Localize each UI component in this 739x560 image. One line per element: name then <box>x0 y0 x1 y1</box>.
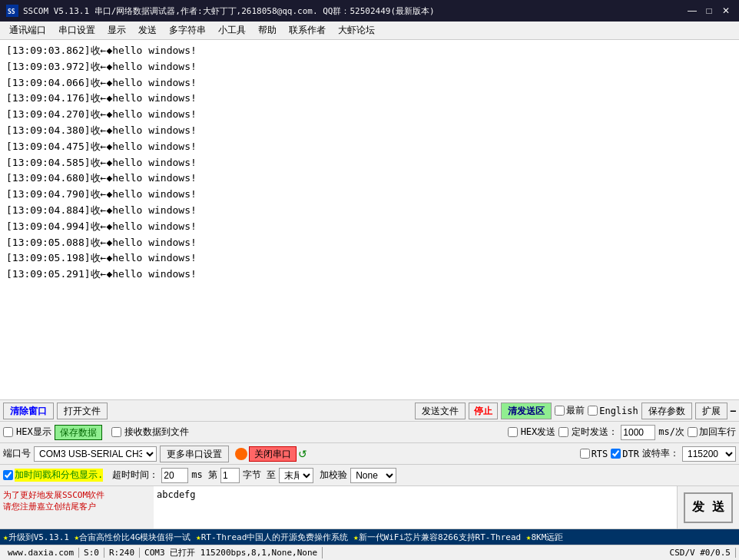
menu-item-小工具[interactable]: 小工具 <box>212 22 252 38</box>
title-bar: SS SSCOM V5.13.1 串口/网络数据调试器,作者:大虾丁丁,2618… <box>0 0 739 22</box>
menu-item-发送[interactable]: 发送 <box>132 22 163 38</box>
log-line: [13:09:04.380]收←◆hello windows! <box>6 123 733 139</box>
baud-select[interactable]: 115200 <box>682 446 736 462</box>
log-line: [13:09:04.884]收←◆hello windows! <box>6 203 733 219</box>
send-file-button[interactable]: 发送文件 <box>415 403 466 419</box>
left-info-line1: 为了更好地发展SSCOM软件 <box>3 489 151 501</box>
menu-item-多字符串[interactable]: 多字符串 <box>163 22 212 38</box>
menu-item-联系作者[interactable]: 联系作者 <box>283 22 332 38</box>
hex-send-label: HEX发送 <box>508 426 556 439</box>
last-checkbox-label: 最前 <box>555 404 585 417</box>
save-data-button[interactable]: 保存数据 <box>55 425 102 440</box>
input-area: 为了更好地发展SSCOM软件 请您注册嘉立创结尾客户 发 送 <box>0 486 739 529</box>
port-select[interactable]: COM3 USB-SERIAL CH340 <box>34 446 157 462</box>
baud-label: 波特率： <box>642 447 679 460</box>
open-file-button[interactable]: 打开文件 <box>57 403 108 419</box>
hex-display-label: HEX显示 <box>3 426 51 439</box>
timestamp-text: 加时间戳和分包显示. <box>15 469 103 482</box>
minimize-button[interactable]: — <box>685 4 699 18</box>
timed-send-checkbox[interactable] <box>558 427 568 437</box>
ticker-bar: ★升级到V5.13.1 ★合宙高性价比4G模块值得一试 ★RT-Thread中国… <box>0 529 739 545</box>
receive-to-file-label: 接收数据到文件 <box>111 426 189 439</box>
toolbar2: HEX显示 保存数据 接收数据到文件 HEX发送 定时发送： ms/次 加回车行 <box>0 422 739 443</box>
english-checkbox[interactable] <box>588 406 598 416</box>
log-line: [13:09:04.585]收←◆hello windows! <box>6 155 733 171</box>
status-bar: www.daxia.com S:0 R:240 COM3 已打开 115200b… <box>0 545 739 560</box>
r240-status: R:240 <box>104 548 140 558</box>
port-label: 端口号 <box>3 447 31 460</box>
save-params-button[interactable]: 保存参数 <box>641 403 692 419</box>
close-button[interactable]: ✕ <box>719 4 733 18</box>
menu-bar: 通讯端口串口设置显示发送多字符串小工具帮助联系作者大虾论坛 <box>0 22 739 40</box>
bottom-area: 清除窗口 打开文件 发送文件 停止 清发送区 最前 English 保存参数 扩… <box>0 400 739 529</box>
hex-send-checkbox[interactable] <box>508 427 518 437</box>
menu-item-通讯端口[interactable]: 通讯端口 <box>3 22 52 38</box>
receive-to-file-checkbox[interactable] <box>111 427 121 437</box>
rts-label: RTS <box>580 449 608 459</box>
timed-send-interval-input[interactable] <box>621 425 655 440</box>
log-line: [13:09:04.176]收←◆hello windows! <box>6 91 733 107</box>
title-bar-controls: — □ ✕ <box>685 4 733 18</box>
log-line: [13:09:05.291]收←◆hello windows! <box>6 267 733 283</box>
log-area: [13:09:03.862]收←◆hello windows![13:09:03… <box>0 40 739 400</box>
timeout-label: 超时时间： <box>112 469 158 482</box>
carriage-return-checkbox[interactable] <box>688 427 698 437</box>
timestamp-label: 加时间戳和分包显示. <box>3 469 103 482</box>
maximize-button[interactable]: □ <box>702 4 716 18</box>
menu-item-显示[interactable]: 显示 <box>101 22 132 38</box>
ms-per-label: ms/次 <box>658 426 684 439</box>
timed-send-label: 定时发送： <box>558 426 618 439</box>
carriage-return-label: 加回车行 <box>688 426 736 439</box>
menu-item-串口设置[interactable]: 串口设置 <box>52 22 101 38</box>
dtr-checkbox[interactable] <box>611 449 621 459</box>
clear-window-button[interactable]: 清除窗口 <box>3 403 54 419</box>
toolbar1: 清除窗口 打开文件 发送文件 停止 清发送区 最前 English 保存参数 扩… <box>0 400 739 422</box>
byte-label: 字节 至 <box>243 469 276 482</box>
english-checkbox-label: English <box>588 406 638 416</box>
refresh-button[interactable]: ↺ <box>298 448 307 460</box>
end-select[interactable]: 末尾 <box>279 468 313 483</box>
log-line: [13:09:04.680]收←◆hello windows! <box>6 171 733 187</box>
send-btn-area: 发 送 <box>678 486 739 529</box>
log-line: [13:09:04.475]收←◆hello windows! <box>6 139 733 155</box>
website-status: www.daxia.com <box>3 548 79 558</box>
title-bar-left: SS SSCOM V5.13.1 串口/网络数据调试器,作者:大虾丁丁,2618… <box>6 5 435 17</box>
s0-status: S:0 <box>79 548 104 558</box>
version-status: CSD/V #0/0.5 <box>665 548 736 558</box>
left-info-line2: 请您注册嘉立创结尾客户 <box>3 501 151 512</box>
hex-display-checkbox[interactable] <box>3 427 13 437</box>
close-port-button[interactable]: 关闭串口 <box>249 446 297 462</box>
left-info-panel: 为了更好地发展SSCOM软件 请您注册嘉立创结尾客户 <box>0 486 154 529</box>
log-line: [13:09:04.066]收←◆hello windows! <box>6 75 733 91</box>
timeout-input[interactable] <box>161 468 188 483</box>
log-line: [13:09:03.972]收←◆hello windows! <box>6 59 733 75</box>
log-line: [13:09:04.790]收←◆hello windows! <box>6 187 733 203</box>
text-input-area <box>154 486 678 529</box>
toolbar1-arrow: — <box>731 406 736 416</box>
timestamp-checkbox[interactable] <box>3 470 13 480</box>
expand-button[interactable]: 扩展 <box>695 403 727 419</box>
more-settings-button[interactable]: 更多串口设置 <box>160 446 229 462</box>
last-checkbox[interactable] <box>555 406 565 416</box>
byte-num-input[interactable] <box>220 468 240 483</box>
rts-checkbox[interactable] <box>580 449 590 459</box>
clear-send-area-button[interactable]: 清发送区 <box>501 403 552 419</box>
send-text-input[interactable] <box>154 486 677 529</box>
title-text: SSCOM V5.13.1 串口/网络数据调试器,作者:大虾丁丁,2618058… <box>23 5 435 17</box>
send-button[interactable]: 发 送 <box>684 492 733 523</box>
ms-label: ms 第 <box>191 469 217 482</box>
log-line: [13:09:03.862]收←◆hello windows! <box>6 43 733 59</box>
dtr-label: DTR <box>611 449 639 459</box>
svg-text:SS: SS <box>8 8 15 15</box>
menu-item-大虾论坛[interactable]: 大虾论坛 <box>332 22 381 38</box>
port-status-icon <box>235 448 247 460</box>
stop-button[interactable]: 停止 <box>469 403 498 419</box>
log-line: [13:09:04.270]收←◆hello windows! <box>6 107 733 123</box>
port-status-text: COM3 已打开 115200bps,8,1,None,None <box>140 547 323 558</box>
checksum-select[interactable]: None <box>350 468 396 483</box>
app-icon: SS <box>6 5 18 17</box>
ticker-text: ★升级到V5.13.1 ★合宙高性价比4G模块值得一试 ★RT-Thread中国… <box>3 532 563 543</box>
log-line: [13:09:05.198]收←◆hello windows! <box>6 250 733 267</box>
toolbar3: 端口号 COM3 USB-SERIAL CH340 更多串口设置 关闭串口 ↺ … <box>0 443 739 465</box>
menu-item-帮助[interactable]: 帮助 <box>252 22 283 38</box>
